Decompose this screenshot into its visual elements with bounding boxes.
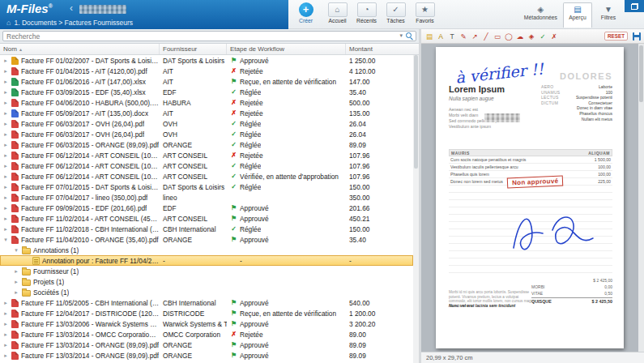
pen-icon[interactable]: ✎ xyxy=(458,30,468,43)
search-icon[interactable] xyxy=(406,32,412,39)
workflow-state-icon: ⚑ xyxy=(230,236,237,243)
expander-icon[interactable]: ▸ xyxy=(2,173,9,180)
table-row[interactable]: ▸ Facture FF 12/04/2017 - DISTRICODE (12… xyxy=(0,308,413,318)
highlighter-icon[interactable]: A xyxy=(436,30,446,43)
column-header-nom[interactable]: Nom▴ xyxy=(0,44,160,54)
cloud-icon[interactable]: ☁ xyxy=(515,30,525,43)
table-row[interactable]: ▸ Facture FF 06/03/2017 - OVH (26,04).pd… xyxy=(0,129,413,139)
document-name: Facture FF 12/04/2017 - DISTRICODE (1200… xyxy=(21,310,160,318)
nav-button-récents[interactable]: ◔Récents xyxy=(353,2,380,23)
document-page[interactable]: DOLORES Lorem Ipsum Nulla sapien augue A… xyxy=(436,47,624,348)
table-row[interactable]: ▸ Facture FF 07/01/2015 - DAT Sports & L… xyxy=(0,182,413,192)
nav-button-tâches[interactable]: ✓Tâches xyxy=(382,2,409,23)
table-row[interactable]: ▸ Facture FF 13/03/2014 - ORANGE (89,09)… xyxy=(0,350,413,361)
reset-button[interactable]: RESET xyxy=(604,32,628,41)
text-tool-icon[interactable]: T xyxy=(447,30,457,43)
nav-button-favoris[interactable]: ★Favoris xyxy=(412,2,438,23)
nav-button-accueil[interactable]: ⌂Accueil xyxy=(324,2,351,23)
breadcrumb[interactable]: ⌂ 1. Documents > Factures Fournisseurs xyxy=(6,17,133,28)
sticky-note-icon[interactable]: ▤ xyxy=(424,30,434,43)
column-header-montant[interactable]: Montant xyxy=(346,44,419,54)
expander-icon[interactable]: ▸ xyxy=(2,163,9,169)
expander-icon[interactable]: ▸ xyxy=(2,68,9,75)
table-row[interactable]: ▸ Facture FF 11/02/2014 - ART CONSEIL (4… xyxy=(0,213,413,224)
table-row[interactable]: ▸ Facture FF 06/12/2014 - ART CONSEIL (1… xyxy=(0,160,413,171)
expander-icon[interactable]: ▾ xyxy=(13,247,19,254)
tab-filtres[interactable]: ▼Filtres xyxy=(594,2,623,28)
table-row[interactable]: ▸ Facture FF 13/03/2014 - OMCC Corporati… xyxy=(0,329,413,340)
table-row[interactable]: ▸ Facture FF 09/09/2015 - EDF (201,66).p… xyxy=(0,203,413,213)
table-row[interactable]: ▸ Facture FF 11/05/2005 - CBH Internatio… xyxy=(0,297,413,308)
search-options-chevron-down-icon[interactable]: ▾ xyxy=(399,32,403,39)
cross-annotation-icon[interactable]: ✗ xyxy=(549,30,559,43)
stamp-icon[interactable]: ◈ xyxy=(527,30,536,43)
create-button[interactable]: + Créer xyxy=(292,2,319,23)
ellipse-icon[interactable]: ◯ xyxy=(504,30,514,43)
restore-window-icon[interactable] xyxy=(631,3,638,10)
expander-icon[interactable]: ▸ xyxy=(13,289,19,296)
window-controls[interactable] xyxy=(625,0,644,12)
table-row[interactable]: ▸ Facture FF 06/03/2015 - ORANGE (89,09)… xyxy=(0,139,413,150)
expander-icon[interactable]: ▸ xyxy=(2,216,9,222)
expander-icon[interactable]: ▸ xyxy=(2,152,9,159)
table-row[interactable]: ▾ Facture FF 11/04/2010 - ORANGE (35,40)… xyxy=(0,234,413,245)
breadcrumb-path[interactable]: 1. Documents > Factures Fournisseurs xyxy=(14,19,133,27)
tab-métadonnées[interactable]: ◈Métadonnées xyxy=(520,2,561,28)
expander-icon[interactable]: ▸ xyxy=(2,142,9,148)
table-row[interactable]: ▸ Fournisseur (1) xyxy=(0,266,413,276)
table-row[interactable]: ▸ Facture FF 06/12/2014 - ART CONSEIL (1… xyxy=(0,150,413,160)
table-row[interactable]: Annotation pour : Facture FF 11/04/2010 … xyxy=(0,255,413,266)
expander-icon[interactable]: ▸ xyxy=(2,110,9,117)
expander-icon[interactable]: ▸ xyxy=(2,58,9,64)
table-row[interactable]: ▸ Facture FF 07/04/2017 - lineo (350,00)… xyxy=(0,192,413,203)
table-row[interactable]: ▸ Facture FF 01/02/2007 - DAT Sports & L… xyxy=(0,55,413,66)
expander-icon[interactable]: ▸ xyxy=(2,89,9,96)
expander-icon[interactable]: ▸ xyxy=(13,279,19,285)
table-row[interactable]: ▾ Annotations (1) xyxy=(0,245,413,255)
table-row[interactable]: ▸ Projets (1) xyxy=(0,276,413,287)
preview-scrollbar-thumb[interactable] xyxy=(639,45,643,102)
cell-workflow: ✗ Rejetée xyxy=(227,152,346,160)
check-annotation-icon[interactable]: ✓ xyxy=(538,30,548,43)
expander-icon[interactable]: ▸ xyxy=(2,310,9,317)
table-row[interactable]: ▸ Facture FF 03/09/2015 - EDF (35,40).xl… xyxy=(0,87,413,97)
table-row[interactable]: ▸ Facture FF 06/12/2014 - ART CONSEIL (1… xyxy=(0,171,413,182)
table-row[interactable]: ▸ Facture FF 06/03/2017 - OVH (26,04).pd… xyxy=(0,118,413,129)
table-row[interactable]: ▸ Facture FF 01/06/2016 - AIT (147,00).x… xyxy=(0,76,413,87)
table-row[interactable]: ▸ Facture FF 04/06/2010 - HABURA (500,00… xyxy=(0,97,413,108)
table-row[interactable]: ▸ Facture FF 01/04/2015 - AIT (4120,00).… xyxy=(0,66,413,76)
table-row[interactable]: ▸ Facture FF 13/03/2014 - ORANGE (89,09)… xyxy=(0,340,413,350)
save-icon[interactable] xyxy=(633,32,641,41)
expander-icon[interactable]: ▸ xyxy=(2,342,9,348)
workflow-state-label: Réglée xyxy=(240,225,261,233)
list-scrollbar-thumb[interactable] xyxy=(414,55,418,169)
column-header-etape-de-workflow[interactable]: Etape de Workflow xyxy=(227,44,346,54)
expander-icon[interactable]: ▸ xyxy=(2,300,9,306)
expander-icon[interactable]: ▸ xyxy=(13,268,19,275)
expander-icon[interactable]: ▸ xyxy=(2,352,9,359)
list-scrollbar[interactable] xyxy=(413,55,419,363)
expander-icon[interactable]: ▸ xyxy=(2,121,9,127)
expander-icon[interactable]: ▸ xyxy=(2,194,9,201)
preview-scrollbar[interactable] xyxy=(638,44,644,352)
expander-icon[interactable]: ▸ xyxy=(2,331,9,338)
expander-icon[interactable]: ▸ xyxy=(2,205,9,211)
arrow-icon[interactable]: ↗ xyxy=(470,30,480,43)
column-header-fournisseur[interactable]: Fournisseur xyxy=(160,44,227,54)
table-row[interactable]: ▸ Facture FF 13/03/2006 - Warwick System… xyxy=(0,318,413,329)
expander-icon[interactable]: ▸ xyxy=(2,226,9,233)
expander-icon[interactable]: ▸ xyxy=(2,184,9,190)
back-chevron-icon[interactable]: ‹ xyxy=(70,2,73,14)
line-icon[interactable]: ╱ xyxy=(481,30,491,43)
expander-icon[interactable]: ▸ xyxy=(2,100,9,106)
expander-icon[interactable]: ▸ xyxy=(2,79,9,85)
tab-aperçu[interactable]: ▤Aperçu xyxy=(563,2,592,28)
table-row[interactable]: ▸ Facture FF 05/09/2017 - AIT (135,00).d… xyxy=(0,108,413,118)
table-row[interactable]: ▸ Sociétés (1) xyxy=(0,287,413,297)
rectangle-icon[interactable]: ▭ xyxy=(493,30,502,43)
table-row[interactable]: ▸ Facture FF 11/02/2018 - CBH Internatio… xyxy=(0,224,413,234)
expander-icon[interactable]: ▾ xyxy=(2,237,9,243)
expander-icon[interactable]: ▸ xyxy=(2,131,9,138)
expander-icon[interactable]: ▸ xyxy=(2,321,9,327)
search-input[interactable] xyxy=(2,31,416,41)
